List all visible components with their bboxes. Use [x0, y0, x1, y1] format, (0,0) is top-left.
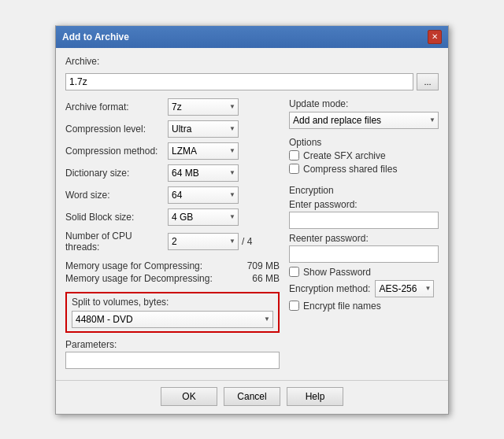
enc-method-select-wrapper: AES-256 — [375, 280, 434, 297]
show-password-row: Show Password — [289, 267, 439, 278]
update-mode-label: Update mode: — [289, 98, 439, 109]
format-select-wrapper: 7z — [168, 98, 239, 116]
enc-method-select[interactable]: AES-256 — [375, 280, 434, 297]
reenter-password-label: Reenter password: — [289, 233, 439, 244]
reenter-password-input[interactable] — [289, 245, 439, 263]
enter-password-label: Enter password: — [289, 199, 439, 210]
dictionary-size-row: Dictionary size: 64 MB — [65, 164, 280, 182]
browse-button[interactable]: ... — [417, 73, 439, 90]
split-select[interactable]: 4480M - DVD — [72, 311, 273, 328]
ok-button[interactable]: OK — [161, 387, 217, 406]
dictionary-size-label: Dictionary size: — [65, 168, 168, 179]
compression-method-select-wrapper: LZMA — [168, 142, 239, 160]
right-panel: Update mode: Add and replace files Optio… — [289, 98, 439, 369]
create-sfx-checkbox[interactable] — [289, 150, 299, 160]
dialog-window: Add to Archive ✕ Archive: ... Archive fo… — [55, 25, 449, 415]
solid-block-row: Solid Block size: 4 GB — [65, 208, 280, 226]
solid-block-label: Solid Block size: — [65, 212, 168, 223]
cpu-threads-select-wrapper: 2 — [168, 233, 239, 250]
params-section: Parameters: — [65, 339, 280, 369]
encryption-section: Encryption Enter password: Reenter passw… — [289, 185, 439, 314]
cpu-threads-extra: / 4 — [242, 236, 252, 247]
memory-decompress-value: 66 MB — [232, 273, 280, 284]
memory-decompress-row: Memory usage for Decompressing: 66 MB — [65, 273, 280, 284]
word-size-row: Word size: 64 — [65, 186, 280, 204]
dialog-title: Add to Archive — [62, 31, 129, 42]
compression-method-select[interactable]: LZMA — [168, 142, 239, 160]
compression-method-label: Compression method: — [65, 146, 168, 157]
left-panel: Archive format: 7z Compression level: Ul… — [65, 98, 280, 369]
enc-method-row: Encryption method: AES-256 — [289, 280, 439, 297]
word-size-select[interactable]: 64 — [168, 186, 239, 204]
title-bar: Add to Archive ✕ — [56, 26, 448, 48]
show-password-label: Show Password — [303, 267, 371, 278]
cpu-threads-value-row: 2 / 4 — [168, 233, 252, 250]
enc-method-label: Encryption method: — [289, 283, 370, 294]
update-mode-select-wrapper: Add and replace files — [289, 112, 439, 129]
archive-label: Archive: — [65, 56, 439, 67]
options-section: Options Create SFX archive Compress shar… — [289, 137, 439, 177]
compression-level-select-wrapper: Ultra — [168, 120, 239, 138]
compression-level-select[interactable]: Ultra — [168, 120, 239, 138]
encrypt-filenames-row: Encrypt file names — [289, 301, 439, 312]
compression-level-label: Compression level: — [65, 124, 168, 135]
split-label: Split to volumes, bytes: — [72, 297, 273, 308]
dialog-body: Archive: ... Archive format: 7z Compress — [56, 48, 448, 377]
format-row: Archive format: 7z — [65, 98, 280, 116]
enter-password-input[interactable] — [289, 212, 439, 229]
cpu-threads-select[interactable]: 2 — [168, 233, 239, 250]
help-button[interactable]: Help — [287, 387, 343, 406]
button-row: OK Cancel Help — [56, 380, 448, 414]
cpu-threads-row: Number of CPU threads: 2 / 4 — [65, 231, 280, 253]
show-password-checkbox[interactable] — [289, 267, 299, 277]
dictionary-size-select[interactable]: 64 MB — [168, 164, 239, 182]
memory-decompress-label: Memory usage for Decompressing: — [65, 273, 232, 284]
create-sfx-label: Create SFX archive — [303, 150, 386, 161]
solid-block-select[interactable]: 4 GB — [168, 208, 239, 226]
compression-level-row: Compression level: Ultra — [65, 120, 280, 138]
close-button[interactable]: ✕ — [428, 30, 442, 44]
compress-shared-label: Compress shared files — [303, 164, 397, 175]
split-section: Split to volumes, bytes: 4480M - DVD — [65, 292, 280, 333]
solid-block-select-wrapper: 4 GB — [168, 208, 239, 226]
memory-compress-row: Memory usage for Compressing: 709 MB — [65, 260, 280, 271]
cpu-threads-label: Number of CPU threads: — [65, 231, 168, 253]
split-select-wrapper: 4480M - DVD — [72, 311, 273, 328]
dictionary-size-select-wrapper: 64 MB — [168, 164, 239, 182]
encrypt-filenames-label: Encrypt file names — [303, 301, 381, 312]
params-label: Parameters: — [65, 339, 280, 350]
compression-method-row: Compression method: LZMA — [65, 142, 280, 160]
update-mode-select[interactable]: Add and replace files — [289, 112, 439, 129]
options-title: Options — [289, 137, 439, 148]
compress-shared-row: Compress shared files — [289, 164, 439, 175]
format-label: Archive format: — [65, 101, 168, 113]
params-input[interactable] — [65, 352, 280, 369]
cancel-button[interactable]: Cancel — [224, 387, 280, 406]
archive-row: ... — [65, 73, 439, 90]
word-size-select-wrapper: 64 — [168, 186, 239, 204]
compress-shared-checkbox[interactable] — [289, 164, 299, 174]
encryption-title: Encryption — [289, 185, 439, 196]
main-content: Archive format: 7z Compression level: Ul… — [65, 98, 439, 369]
update-mode-section: Update mode: Add and replace files — [289, 98, 439, 129]
create-sfx-row: Create SFX archive — [289, 150, 439, 161]
archive-input[interactable] — [65, 73, 413, 90]
word-size-label: Word size: — [65, 190, 168, 201]
encrypt-filenames-checkbox[interactable] — [289, 301, 299, 311]
memory-compress-label: Memory usage for Compressing: — [65, 260, 232, 271]
memory-compress-value: 709 MB — [232, 260, 280, 271]
format-select[interactable]: 7z — [168, 98, 239, 116]
